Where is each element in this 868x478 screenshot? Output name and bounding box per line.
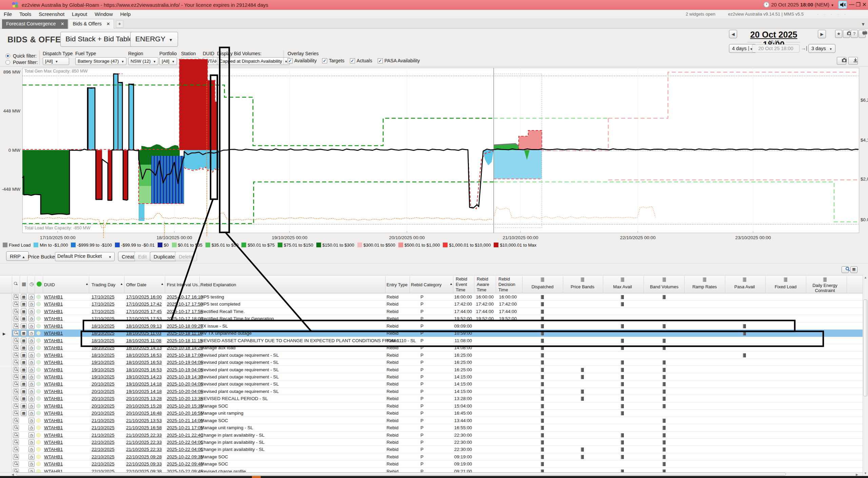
row-table-icon[interactable]: ▦ — [21, 374, 27, 380]
row-clock-icon[interactable]: ◷ — [28, 330, 35, 336]
cell-trading-day[interactable]: 20/10/2025 — [92, 388, 115, 395]
row-inspect-icon[interactable] — [13, 345, 19, 351]
table-row[interactable]: ◷WTAHB121/10/202521/10/2025 16:582025-10… — [0, 424, 863, 431]
row-inspect-icon[interactable] — [13, 294, 19, 300]
grid-column-icon[interactable]: ▦ — [22, 281, 26, 287]
row-inspect-icon[interactable] — [13, 338, 19, 344]
row-clock-icon[interactable]: ◷ — [28, 381, 35, 387]
row-table-icon[interactable]: ▦ — [21, 352, 27, 358]
mute-button[interactable] — [838, 1, 847, 9]
cell-duid[interactable]: WTAHB1 — [44, 352, 63, 359]
col-rebid-event-time[interactable]: Rebid Event Time — [456, 276, 476, 293]
cell-offer-date[interactable]: 19/10/2025 14:23 — [126, 373, 162, 380]
display-bid-volumes-select[interactable]: Capped at Dispatch Availability▼ — [217, 57, 290, 65]
cell-trading-day[interactable]: 21/10/2025 — [92, 424, 115, 431]
cell-first-interval[interactable]: 2025-10-21 14:00 — [167, 417, 203, 424]
cell-first-interval[interactable]: 2025-10-19 04:05 — [167, 366, 203, 373]
row-clock-icon[interactable]: ◷ — [28, 374, 35, 380]
feedback-button[interactable] — [859, 30, 866, 38]
cell-offer-date[interactable]: 17/10/2025 17:45 — [126, 308, 162, 315]
row-table-icon[interactable]: ▦ — [21, 301, 27, 307]
cell-first-interval[interactable]: 2025-10-17 17:55 — [167, 308, 203, 315]
cell-offer-date[interactable]: 21/10/2025 16:58 — [126, 424, 162, 431]
table-row[interactable]: ◷WTAHB122/10/202521/10/2025 22:332025-10… — [0, 439, 863, 446]
cell-first-interval[interactable]: 2025-10-22 09:45 — [167, 468, 203, 472]
row-inspect-icon[interactable] — [13, 352, 19, 358]
cell-trading-day[interactable]: 18/10/2025 — [92, 344, 115, 351]
clock-column-icon[interactable]: ◷ — [29, 281, 34, 287]
cell-offer-date[interactable]: 18/10/2025 11:03 — [126, 330, 161, 337]
cell-duid[interactable]: WTAHB1 — [44, 373, 63, 380]
col-first-interval[interactable]: First Interval Us... — [167, 282, 201, 287]
cell-first-interval[interactable]: 2025-10-22 09:40 — [167, 460, 203, 467]
row-inspect-icon[interactable] — [13, 446, 19, 452]
filter-select-dispatch-type[interactable]: [All]▼ — [43, 57, 69, 65]
status-circle-icon[interactable] — [37, 282, 42, 287]
row-clock-icon[interactable]: ◷ — [28, 323, 35, 329]
col-ramp-rates[interactable]: Ramp Rates — [685, 284, 724, 289]
cell-trading-day[interactable]: 19/10/2025 — [92, 366, 115, 373]
row-inspect-icon[interactable] — [13, 410, 19, 416]
cell-first-interval[interactable]: 2025-10-22 04:05 — [167, 446, 203, 453]
cell-offer-date[interactable]: 20/10/2025 13:28 — [126, 395, 162, 402]
cell-first-interval[interactable]: 2025-10-22 04:05 — [167, 439, 203, 446]
cell-offer-date[interactable]: 17/10/2025 16:00 — [126, 293, 162, 300]
row-clock-icon[interactable]: ◷ — [28, 367, 35, 373]
table-row[interactable]: ▦◷WTAHB118/10/202518/10/2025 09:132025-1… — [0, 323, 863, 330]
cell-duid[interactable]: WTAHB1 — [44, 344, 63, 351]
row-inspect-icon[interactable] — [13, 316, 19, 321]
cell-offer-date[interactable]: 22/10/2025 09:28 — [126, 453, 162, 460]
tab-forecast-convergence[interactable]: Forecast Convergence✕ — [2, 19, 68, 29]
cell-first-interval[interactable]: 2025-10-17 17:50 — [167, 300, 203, 308]
cell-trading-day[interactable]: 17/10/2025 — [92, 300, 115, 308]
row-inspect-icon[interactable] — [13, 432, 19, 438]
cell-duid[interactable]: WTAHB1 — [44, 380, 63, 388]
cell-trading-day[interactable]: 20/10/2025 — [92, 395, 115, 402]
cell-offer-date[interactable]: 21/10/2025 13:53 — [126, 417, 162, 424]
menu-item-screenshot[interactable]: Screenshot — [35, 10, 68, 18]
table-row[interactable]: ▦◷WTAHB118/10/202518/10/2025 16:532025-1… — [0, 352, 863, 359]
row-clock-icon[interactable]: ◷ — [28, 403, 35, 409]
cell-trading-day[interactable]: 17/10/2025 — [92, 293, 115, 300]
vertical-scroll-thumb[interactable] — [863, 299, 867, 396]
row-table-icon[interactable]: ▦ — [21, 345, 27, 351]
cell-duid[interactable]: WTAHB1 — [44, 446, 63, 453]
cell-trading-day[interactable]: 17/10/2025 — [92, 315, 115, 322]
table-row[interactable]: ▦◷WTAHB117/10/202517/10/2025 17:452025-1… — [0, 308, 863, 315]
table-row[interactable]: ▦◷WTAHB120/10/202519/10/2025 14:182025-1… — [0, 380, 863, 388]
cell-duid[interactable]: WTAHB1 — [44, 323, 63, 330]
table-row[interactable]: ◷WTAHB121/10/202521/10/2025 22:332025-10… — [0, 432, 863, 439]
cell-first-interval[interactable]: 2025-10-17 16:10 — [167, 293, 203, 300]
row-inspect-icon[interactable] — [13, 381, 19, 387]
cell-duid[interactable]: WTAHB1 — [44, 337, 63, 344]
row-clock-icon[interactable]: ◷ — [28, 410, 35, 416]
menu-item-window[interactable]: Window — [91, 10, 116, 18]
help-button[interactable]: ? — [851, 30, 858, 38]
scroll-up-icon[interactable]: ▲ — [864, 276, 867, 279]
quick-filter-radio[interactable] — [5, 54, 10, 58]
row-inspect-icon[interactable] — [13, 389, 19, 394]
checkbox-targets[interactable]: ✓ — [322, 58, 327, 63]
horizontal-scroll-thumb[interactable] — [16, 473, 786, 476]
cell-duid[interactable]: WTAHB1 — [44, 468, 63, 472]
cell-duid[interactable]: WTAHB1 — [44, 402, 63, 410]
cell-offer-date[interactable]: 22/10/2025 09:38 — [126, 468, 162, 472]
menu-item-layout[interactable]: Layout — [68, 10, 91, 18]
cell-duid[interactable]: WTAHB1 — [44, 460, 63, 467]
cell-trading-day[interactable]: 21/10/2025 — [92, 417, 115, 424]
tab-bids-offers[interactable]: Bids & Offers✕ — [68, 19, 114, 28]
row-table-icon[interactable]: ▦ — [21, 389, 27, 394]
prev-period-button[interactable]: ◀ — [729, 30, 737, 38]
col-trading-day[interactable]: Trading Day — [92, 282, 115, 287]
cell-offer-date[interactable]: 22/10/2025 09:33 — [126, 460, 162, 467]
cell-first-interval[interactable]: 2025-10-18 17:00 — [167, 352, 203, 359]
cell-first-interval[interactable]: 2025-10-20 04:05 — [167, 388, 203, 395]
cell-first-interval[interactable]: 2025-10-20 16:55 — [167, 410, 203, 417]
cell-offer-date[interactable]: 18/10/2025 09:13 — [126, 323, 162, 330]
cell-duid[interactable]: WTAHB1 — [44, 293, 63, 300]
row-clock-icon[interactable]: ◷ — [28, 432, 35, 438]
cell-duid[interactable]: WTAHB1 — [44, 417, 63, 424]
col-rebid-decision-time[interactable]: Rebid Decision Time — [498, 276, 519, 293]
cell-duid[interactable]: WTAHB1 — [44, 453, 63, 460]
table-row[interactable]: ▦◷WTAHB117/10/202517/10/2025 17:532025-1… — [0, 315, 863, 322]
